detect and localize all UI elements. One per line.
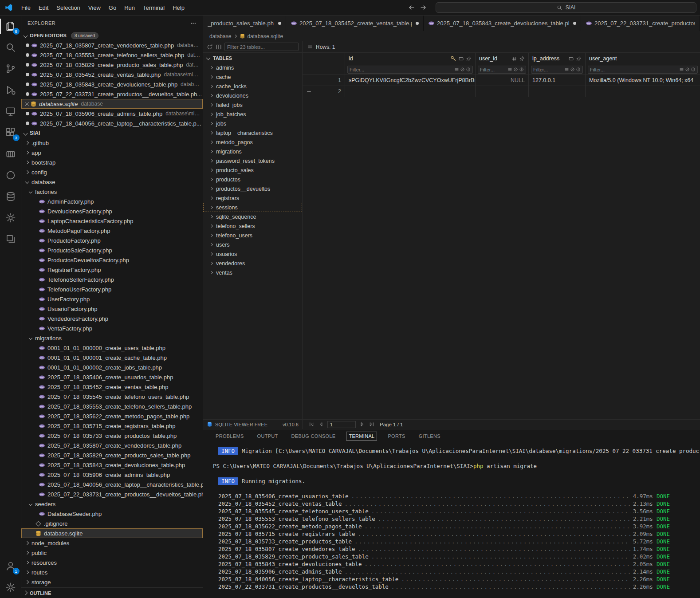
nav-back-icon[interactable] (408, 4, 415, 11)
activitybar-settings[interactable] (0, 577, 21, 598)
table-item[interactable]: sqlite_sequence (203, 212, 302, 221)
panel-tab-terminal[interactable]: TERMINAL (346, 432, 377, 441)
tree-item[interactable]: php2025_07_22_033731_create_productos__d… (21, 489, 203, 499)
tree-item[interactable]: resources (21, 558, 203, 567)
tree-item[interactable]: phpDatabaseSeeder.php (21, 509, 203, 519)
tree-item[interactable]: php2025_07_18_035906_create_admins_table… (21, 470, 203, 480)
column-header-ip_address[interactable]: ip_address (529, 53, 586, 64)
tree-item[interactable]: factories (21, 187, 203, 197)
close-icon[interactable] (24, 101, 30, 107)
open-editor-item[interactable]: php2025_07_18_035843_create_devoluciones… (21, 79, 203, 89)
table-item[interactable]: vendedores (203, 259, 302, 268)
eq-icon[interactable] (679, 67, 684, 72)
tree-item[interactable]: routes (21, 567, 203, 577)
eq-icon[interactable] (454, 67, 459, 72)
page-prev-icon[interactable] (318, 421, 324, 427)
open-editor-item[interactable]: database.sqlitedatabase (21, 99, 203, 109)
tree-item[interactable]: php0001_01_01_000001_create_cache_table.… (21, 353, 203, 362)
table-item[interactable]: password_reset_tokens (203, 156, 302, 165)
open-editor-item[interactable]: php2025_07_22_033731_create_productos__d… (21, 89, 203, 99)
tree-item[interactable]: phpUserFactory.php (21, 294, 203, 304)
tree-item[interactable]: phpTelefonoSellerFactory.php (21, 275, 203, 284)
cell-ip_address[interactable]: 127.0.0.1 (529, 75, 586, 86)
tables-filter-input[interactable] (224, 43, 299, 51)
slash-icon[interactable] (460, 67, 465, 72)
menu-view[interactable]: View (84, 0, 105, 16)
tree-item[interactable]: seeders (21, 499, 203, 509)
tree-item[interactable]: config (21, 167, 203, 177)
table-item[interactable]: users (203, 240, 302, 249)
tree-item[interactable]: database (21, 177, 203, 187)
open-editor-item[interactable]: php2025_07_18_035906_create_admins_table… (21, 109, 203, 118)
more-actions-icon[interactable] (190, 20, 197, 27)
column-filter[interactable] (531, 66, 583, 74)
editor-tab[interactable]: php2025_07_22_033731_create_productos... (581, 16, 700, 31)
page-number-input[interactable] (327, 421, 356, 428)
box-icon[interactable] (568, 56, 574, 62)
slash-icon[interactable] (570, 67, 575, 72)
activitybar-accounts[interactable]: 1 (0, 555, 21, 577)
open-editor-item[interactable]: php2025_07_18_035829_create_producto_sal… (21, 60, 203, 70)
column-filter[interactable] (478, 66, 526, 74)
tree-item[interactable]: php2025_07_18_035553_create_telefono_sel… (21, 401, 203, 411)
table-item[interactable]: migrations (203, 147, 302, 156)
activitybar-remote-explorer[interactable] (0, 101, 21, 122)
filter-input-ip_address[interactable] (533, 67, 563, 72)
tree-item[interactable]: public (21, 548, 203, 558)
menu-go[interactable]: Go (105, 0, 120, 16)
slash-icon[interactable] (685, 67, 690, 72)
table-item[interactable]: telefono_sellers (203, 221, 302, 231)
tree-item[interactable]: migrations (21, 333, 203, 343)
tree-item[interactable]: php2025_07_18_035733_create_productos_ta… (21, 431, 203, 441)
table-item[interactable]: productos__devueltos (203, 184, 302, 193)
filter-input-user_agent[interactable] (590, 67, 678, 72)
terminal[interactable]: INFOMigration [C:\Users\MATEO CARVAJAL\D… (203, 443, 700, 598)
tree-item[interactable]: phpProductoSaleFactory.php (21, 245, 203, 255)
page-next-icon[interactable] (359, 421, 365, 427)
tree-item[interactable]: phpDevolucionesFactory.php (21, 206, 203, 216)
open-editor-item[interactable]: php2025_07_18_035452_create_ventas_table… (21, 70, 203, 79)
tree-item[interactable]: php0001_01_01_000002_create_jobs_table.p… (21, 362, 203, 372)
menu-selection[interactable]: Selection (52, 0, 84, 16)
hash-icon[interactable] (511, 56, 517, 62)
tables-section-header[interactable]: TABLES (203, 53, 302, 63)
eq-icon[interactable] (564, 67, 569, 72)
table-item[interactable]: productos (203, 175, 302, 184)
table-item[interactable]: registrars (203, 193, 302, 203)
activitybar-run-debug[interactable] (0, 79, 21, 101)
tree-item[interactable]: node_modules (21, 538, 203, 548)
table-item[interactable]: devoluciones (203, 91, 302, 100)
open-editor-item[interactable]: php2025_07_18_035807_create_vendedores_t… (21, 40, 203, 50)
tree-item[interactable]: phpTelefonoUserFactory.php (21, 284, 203, 294)
tree-item[interactable]: php2025_07_18_035545_create_telefono_use… (21, 392, 203, 401)
split-view-icon[interactable] (216, 44, 222, 50)
activitybar-explorer[interactable]: 8 (0, 16, 21, 37)
box-icon[interactable] (458, 56, 464, 62)
cell-id[interactable]: sPGiDQYLKV8GncgfC2bZwzCVCYOxwUFrjP8BrBmT (345, 75, 476, 86)
tree-item[interactable]: php2025_07_18_035452_create_ventas_table… (21, 382, 203, 392)
filter-input-id[interactable] (350, 67, 453, 72)
refresh-icon[interactable] (207, 44, 213, 50)
tree-item[interactable]: php0001_01_01_000000_create_users_table.… (21, 343, 203, 353)
info-icon[interactable] (576, 67, 581, 72)
table-item[interactable]: job_batches (203, 110, 302, 119)
eq-icon[interactable] (507, 67, 512, 72)
grid-add-row[interactable]: 2 (303, 86, 700, 97)
editor-tab[interactable]: _producto_sales_table.php (203, 16, 286, 31)
open-editor-item[interactable]: php2025_07_18_040056_create_laptop__char… (21, 118, 203, 128)
grid-row[interactable]: 1sPGiDQYLKV8GncgfC2bZwzCVCYOxwUFrjP8BrBm… (303, 75, 700, 86)
activitybar-layers[interactable] (0, 228, 21, 250)
table-item[interactable]: jobs (203, 119, 302, 128)
activitybar-extensions[interactable]: 3 (0, 122, 21, 143)
panel-tab-ports[interactable]: PORTS (385, 432, 408, 441)
page-last-icon[interactable] (369, 421, 374, 427)
tree-item[interactable]: phpLaptopCharacteristicsFactory.php (21, 216, 203, 226)
cell-user_agent[interactable]: Mozilla/5.0 (Windows NT 10.0; Win64; x64 (586, 75, 700, 86)
activitybar-source-control[interactable] (0, 58, 21, 79)
pin-icon[interactable] (576, 56, 582, 62)
tree-item[interactable]: php2025_07_18_035406_create_usuarios_tab… (21, 372, 203, 382)
tree-item[interactable]: php2025_07_18_035715_create_registrars_t… (21, 421, 203, 431)
editor-tab[interactable]: php2025_07_18_035843_create_devoluciones… (424, 16, 581, 31)
table-item[interactable]: telefono_users (203, 231, 302, 240)
activitybar-live-share[interactable] (0, 165, 21, 186)
